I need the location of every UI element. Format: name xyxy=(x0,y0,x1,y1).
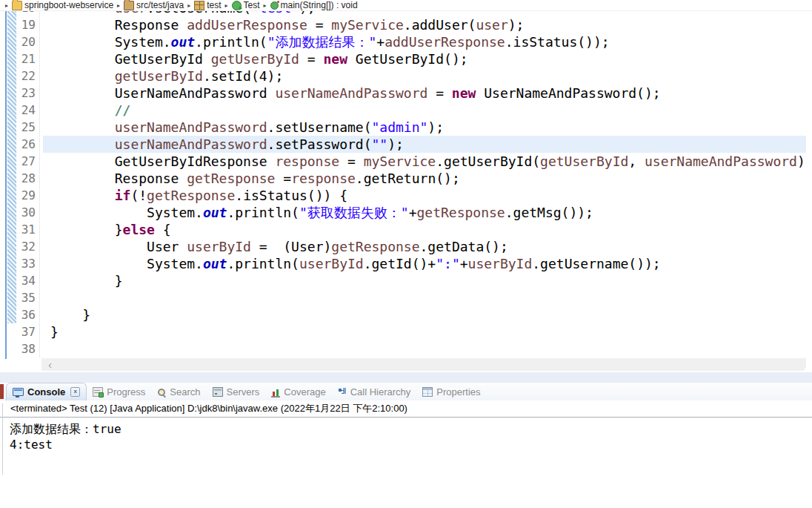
range-indicator xyxy=(7,67,16,85)
coverage-icon xyxy=(271,387,280,398)
range-indicator xyxy=(7,221,16,238)
range-indicator xyxy=(7,102,16,119)
breadcrumb: ▸ springboot-webservice ▸ src/test/java … xyxy=(0,0,812,11)
line-number[interactable]: 30 xyxy=(16,204,36,221)
project-icon xyxy=(12,1,22,10)
line-number[interactable]: 29 xyxy=(16,187,36,204)
range-indicator xyxy=(7,16,16,33)
call-hierarchy-icon xyxy=(338,388,347,397)
console-status-line: <terminated> Test (12) [Java Application… xyxy=(0,400,812,418)
code-line[interactable]: 21 GetUserById getUserById = new GetUser… xyxy=(7,50,806,67)
progress-icon xyxy=(93,387,103,397)
servers-icon xyxy=(213,387,223,397)
view-edge-marker xyxy=(0,384,4,399)
tab-progress[interactable]: Progress xyxy=(87,383,151,400)
code-line[interactable]: 30 System.out.println("获取数据失败："+getRespo… xyxy=(7,204,806,221)
line-number[interactable]: 24 xyxy=(16,102,36,119)
tab-coverage[interactable]: Coverage xyxy=(265,383,331,400)
line-number[interactable]: 37 xyxy=(16,323,36,340)
breadcrumb-arrow-icon: ▸ xyxy=(224,2,227,9)
tab-servers[interactable]: Servers xyxy=(207,383,266,400)
tab-call-hierarchy[interactable]: Call Hierarchy xyxy=(332,383,417,400)
code-line[interactable]: 25 userNameAndPassword.setUsername("admi… xyxy=(7,119,806,136)
scroll-left-icon[interactable]: ‹ xyxy=(48,358,52,371)
range-indicator xyxy=(7,272,16,289)
properties-icon xyxy=(422,387,433,397)
console-view: Console x Progress Search Servers Covera… xyxy=(0,383,812,508)
code-line[interactable]: 26 userNameAndPassword.setPassword(""); xyxy=(7,136,806,153)
range-indicator xyxy=(7,119,16,136)
horizontal-scrollbar[interactable]: ‹ xyxy=(41,358,806,371)
tab-properties[interactable]: Properties xyxy=(416,383,486,400)
range-indicator xyxy=(7,50,16,67)
line-number[interactable]: 20 xyxy=(16,33,36,50)
range-indicator xyxy=(7,323,16,340)
code-line[interactable]: 38 xyxy=(7,340,806,357)
line-number[interactable]: 31 xyxy=(16,221,36,238)
code-line[interactable]: 36 } xyxy=(7,306,806,323)
code-line[interactable]: 32 User userById = (User)getResponse.get… xyxy=(7,238,806,255)
line-number[interactable]: 22 xyxy=(16,67,36,85)
class-icon xyxy=(232,1,242,10)
line-number[interactable]: 26 xyxy=(16,136,36,153)
range-indicator xyxy=(7,306,16,323)
code-line[interactable]: 27 GetUserByIdResponse response = myServ… xyxy=(7,153,806,170)
line-number[interactable]: 32 xyxy=(16,238,36,255)
code-line[interactable]: 23 UserNameAndPassword userNameAndPasswo… xyxy=(7,85,806,102)
breadcrumb-arrow-icon: ▸ xyxy=(117,2,120,9)
code-line[interactable]: 35 xyxy=(7,289,806,306)
breadcrumb-item-Test[interactable]: Test xyxy=(232,0,260,10)
range-indicator xyxy=(7,10,16,16)
close-icon[interactable]: x xyxy=(70,387,80,397)
code-line[interactable]: 18 user.setUsername("test"); xyxy=(7,10,806,16)
code-line[interactable]: 37 } xyxy=(7,323,806,340)
range-indicator xyxy=(7,136,16,153)
code-line[interactable]: 29 if(!getResponse.isStatus()) { xyxy=(7,187,806,204)
code-line[interactable]: 24 // xyxy=(7,102,806,119)
source-folder-icon xyxy=(124,1,134,10)
tab-search[interactable]: Search xyxy=(151,383,206,400)
code-editor[interactable]: 18 user.setUsername("test"); 19 Response… xyxy=(0,10,806,372)
line-number[interactable]: 25 xyxy=(16,119,36,136)
breadcrumb-arrow-icon: ▸ xyxy=(187,2,190,9)
line-number[interactable]: 36 xyxy=(16,306,36,323)
code-line[interactable]: 33 System.out.println(userById.getId()+"… xyxy=(7,255,806,272)
breadcrumb-item-test[interactable]: test xyxy=(194,0,221,10)
code-line[interactable]: 22 getUserById.setId(4); xyxy=(7,67,806,85)
breadcrumb-item-main[interactable]: main(String[]) : void xyxy=(270,0,358,10)
eclipse-ide-window: ▸ springboot-webservice ▸ src/test/java … xyxy=(0,0,812,508)
console-output-line: 添加数据结果：true xyxy=(10,421,812,437)
breadcrumb-arrow-icon: ▸ xyxy=(5,2,8,9)
line-number[interactable]: 19 xyxy=(16,16,36,33)
view-divider xyxy=(0,372,812,383)
line-number[interactable]: 33 xyxy=(16,255,36,272)
line-number[interactable]: 34 xyxy=(16,272,36,289)
console-output-line: 4:test xyxy=(10,437,812,452)
range-indicator xyxy=(7,340,16,357)
console-left-edge xyxy=(2,403,3,475)
range-indicator xyxy=(7,170,16,187)
line-number[interactable]: 38 xyxy=(16,340,36,357)
line-number[interactable]: 28 xyxy=(16,170,36,187)
line-number[interactable]: 35 xyxy=(16,289,36,306)
range-indicator xyxy=(7,187,16,204)
search-icon xyxy=(157,388,166,397)
breadcrumb-item-src/test/java[interactable]: src/test/java xyxy=(124,0,184,10)
tab-console[interactable]: Console x xyxy=(6,383,87,400)
code-line[interactable]: 31 }else { xyxy=(7,221,806,238)
code-line[interactable]: 34 } xyxy=(7,272,806,289)
code-line[interactable]: 28 Response getResponse =response.getRet… xyxy=(7,170,806,187)
breadcrumb-arrow-icon: ▸ xyxy=(264,2,267,9)
console-output[interactable]: 添加数据结果：true4:test xyxy=(0,418,812,452)
line-number[interactable]: 21 xyxy=(16,50,36,67)
range-indicator xyxy=(7,85,16,102)
range-indicator xyxy=(7,33,16,50)
line-number[interactable]: 23 xyxy=(16,85,36,102)
code-line[interactable]: 20 System.out.println("添加数据结果："+addUserR… xyxy=(7,33,806,50)
range-indicator xyxy=(7,289,16,306)
code-line[interactable]: 19 Response addUserResponse = myService.… xyxy=(7,16,806,33)
line-number[interactable]: 18 xyxy=(16,10,36,16)
breadcrumb-item-springboot-webservice[interactable]: springboot-webservice xyxy=(12,0,113,10)
line-number[interactable]: 27 xyxy=(16,153,36,170)
method-icon xyxy=(270,1,279,10)
